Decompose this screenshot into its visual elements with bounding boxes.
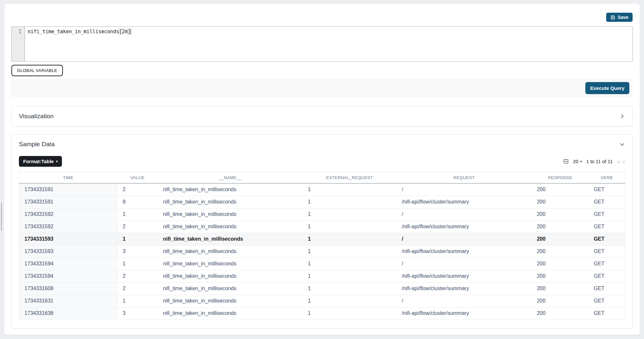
table-cell: /nifi-api/flow/cluster/summary <box>397 196 532 208</box>
table-cell: 200 <box>532 183 589 196</box>
table-cell: 3 <box>117 307 158 319</box>
table-cell: GET <box>589 307 625 319</box>
table-row[interactable]: 17343316311nifi_time_taken_in_millisecon… <box>19 295 625 307</box>
table-cell: GET <box>589 220 625 233</box>
table-cell: 1 <box>303 196 397 208</box>
table-cell: 2 <box>117 183 158 196</box>
table-cell: 3 <box>117 245 158 258</box>
table-cell: GET <box>589 233 625 245</box>
table-cell: 1734331631 <box>19 295 117 307</box>
bracket-open: [ <box>119 29 122 35</box>
column-header-external-request[interactable]: EXTERNAL_REQUEST <box>303 172 397 184</box>
pagination-nav: « » <box>617 158 625 165</box>
previous-page-icon[interactable]: « <box>617 158 621 165</box>
pagination-range-label: 1 to 11 of 11 <box>586 159 613 164</box>
table-cell: nifi_time_taken_in_milliseconds <box>158 208 302 220</box>
sample-data-table-wrap: TIME VALUE __NAME__ EXTERNAL_REQUEST REQ… <box>19 172 625 320</box>
table-cell: nifi_time_taken_in_milliseconds <box>158 196 302 208</box>
sample-data-title: Sample Data <box>19 141 55 148</box>
column-header-request[interactable]: REQUEST <box>397 172 532 184</box>
editor-line-number: 1 <box>12 27 25 61</box>
table-rows-icon <box>563 159 569 164</box>
table-cell: 1 <box>303 258 397 270</box>
table-row[interactable]: 17343316383nifi_time_taken_in_millisecon… <box>19 307 625 319</box>
table-cell: 1734331591 <box>19 183 117 196</box>
column-header-verb[interactable]: VERB <box>589 172 625 184</box>
format-dropdown-label: Format:Table <box>23 159 54 164</box>
global-variable-button[interactable]: GLOBAL VARIABLE <box>11 65 63 76</box>
table-cell: 1 <box>303 220 397 233</box>
sample-data-header[interactable]: Sample Data <box>12 134 632 154</box>
table-cell: 1734331638 <box>19 307 117 319</box>
table-row[interactable]: 17343315918nifi_time_taken_in_millisecon… <box>19 196 625 208</box>
table-cell: 1 <box>117 295 158 307</box>
table-cell: 1734331608 <box>19 282 117 295</box>
table-cell: GET <box>589 208 625 220</box>
query-editor: 1 nifi_time_taken_in_milliseconds[2m] <box>11 26 633 62</box>
caret-down-icon: ▾ <box>580 160 582 163</box>
page-scrollbar[interactable] <box>1 203 2 231</box>
caret-down-icon: ▾ <box>56 160 58 163</box>
chevron-down-icon <box>619 141 625 147</box>
table-cell: 1 <box>303 183 397 196</box>
page-size-dropdown[interactable]: 20 ▾ <box>573 159 582 164</box>
column-header-name[interactable]: __NAME__ <box>158 172 302 184</box>
table-cell: 2 <box>117 220 158 233</box>
table-cell: 1734331591 <box>19 196 117 208</box>
table-cell: 1 <box>117 208 158 220</box>
table-cell: GET <box>589 295 625 307</box>
table-row[interactable]: 17343315922nifi_time_taken_in_millisecon… <box>19 220 625 233</box>
table-row[interactable]: 17343315931nifi_time_taken_in_millisecon… <box>19 233 625 245</box>
table-cell: 1 <box>303 295 397 307</box>
table-cell: 200 <box>532 307 589 319</box>
column-header-value[interactable]: VALUE <box>117 172 158 184</box>
table-cell: / <box>397 208 532 220</box>
execute-query-button[interactable]: Execute Query <box>585 82 629 94</box>
table-row[interactable]: 17343315941nifi_time_taken_in_millisecon… <box>19 258 625 270</box>
table-row[interactable]: 17343315912nifi_time_taken_in_millisecon… <box>19 183 625 196</box>
bracket-close: ] <box>128 29 131 35</box>
table-cell: 200 <box>532 245 589 258</box>
table-cell: GET <box>589 245 625 258</box>
table-row[interactable]: 17343315921nifi_time_taken_in_millisecon… <box>19 208 625 220</box>
table-cell: /nifi-api/flow/cluster/summary <box>397 282 532 295</box>
table-cell: 1734331593 <box>19 245 117 258</box>
table-row[interactable]: 17343316082nifi_time_taken_in_millisecon… <box>19 282 625 295</box>
table-cell: /nifi-api/flow/cluster/summary <box>397 245 532 258</box>
table-row[interactable]: 17343315933nifi_time_taken_in_millisecon… <box>19 245 625 258</box>
visualization-section: Visualization <box>11 106 633 126</box>
table-cell: nifi_time_taken_in_milliseconds <box>158 282 302 295</box>
format-dropdown-button[interactable]: Format:Table ▾ <box>19 156 62 167</box>
table-cell: 1 <box>303 270 397 282</box>
table-cell: / <box>397 183 532 196</box>
table-cell: GET <box>589 183 625 196</box>
next-page-icon[interactable]: » <box>622 158 625 165</box>
table-cell: /nifi-api/flow/cluster/summary <box>397 220 532 233</box>
table-cell: /nifi-api/flow/cluster/summary <box>397 270 532 282</box>
query-code-input[interactable]: nifi_time_taken_in_milliseconds[2m] <box>25 27 632 61</box>
table-cell: 1 <box>117 258 158 270</box>
column-header-response[interactable]: RESPONSE <box>532 172 589 184</box>
visualization-header[interactable]: Visualization <box>12 106 632 126</box>
table-row[interactable]: 17343315942nifi_time_taken_in_millisecon… <box>19 270 625 282</box>
save-row: Save <box>11 13 633 22</box>
table-cell: 1734331594 <box>19 270 117 282</box>
table-cell: / <box>397 258 532 270</box>
table-cell: GET <box>589 196 625 208</box>
table-cell: 1734331592 <box>19 220 117 233</box>
query-text: nifi_time_taken_in_milliseconds <box>28 29 119 35</box>
table-body: 17343315912nifi_time_taken_in_millisecon… <box>19 183 625 319</box>
column-header-time[interactable]: TIME <box>19 172 117 184</box>
table-cell: 1 <box>303 245 397 258</box>
sample-data-controls: Format:Table ▾ 20 ▾ 1 to 11 of 11 « <box>12 154 632 167</box>
table-cell: 1 <box>303 208 397 220</box>
table-cell: 200 <box>532 258 589 270</box>
save-button[interactable]: Save <box>606 13 633 22</box>
table-cell: 1734331593 <box>19 233 117 245</box>
table-cell: 200 <box>532 233 589 245</box>
table-cell: 2 <box>117 270 158 282</box>
table-cell: / <box>397 295 532 307</box>
table-cell: 2 <box>117 282 158 295</box>
table-cell: 200 <box>532 295 589 307</box>
table-cell: nifi_time_taken_in_milliseconds <box>158 295 302 307</box>
